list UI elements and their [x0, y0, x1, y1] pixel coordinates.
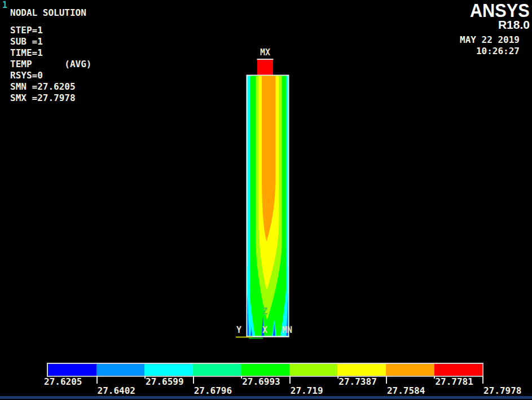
legend-value: 27.7978: [483, 385, 521, 396]
legend-value: 27.6402: [98, 385, 135, 396]
triad-y-label: Y: [236, 325, 241, 335]
legend-value: 27.6205: [44, 376, 82, 387]
min-node-label: MN: [282, 325, 292, 335]
legend-segment: [337, 364, 386, 376]
legend-value: 27.6993: [242, 376, 280, 387]
legend-segment: [48, 364, 96, 376]
legend-bar: [47, 363, 483, 377]
legend-segment: [96, 364, 145, 376]
window-bottom-border: [0, 396, 532, 399]
legend-segment: [434, 364, 483, 376]
legend: 27.620527.640227.659927.679627.699327.71…: [0, 361, 532, 396]
legend-tick: [289, 376, 291, 384]
legend-segment: [289, 364, 338, 376]
model-viewport[interactable]: [0, 0, 532, 400]
triad-x-axis-line: [249, 338, 263, 339]
legend-value: 27.6796: [194, 385, 232, 396]
legend-value: 27.7781: [435, 376, 473, 387]
legend-tick: [96, 376, 98, 384]
triad-z-label: Z: [262, 306, 267, 317]
legend-segment: [144, 364, 193, 376]
legend-segment: [386, 364, 434, 376]
legend-tick: [482, 376, 483, 384]
triad-x-label: X: [262, 325, 267, 335]
ansys-graphics-window: 1 NODAL SOLUTION STEP=1 SUB =1 TIME=1 TE…: [0, 0, 532, 400]
legend-segment: [241, 364, 289, 376]
triad-y-axis-line: [236, 337, 252, 338]
legend-value: 27.7584: [387, 385, 425, 396]
rod-bottom-edge: [247, 336, 289, 337]
legend-value: 27.719: [291, 385, 323, 396]
max-node-label: MX: [260, 47, 270, 58]
legend-value: 27.7387: [338, 376, 376, 387]
legend-segment: [193, 364, 241, 376]
max-block: [257, 60, 273, 75]
legend-tick: [193, 376, 194, 384]
legend-tick: [386, 376, 387, 384]
legend-value: 27.6599: [146, 376, 183, 387]
